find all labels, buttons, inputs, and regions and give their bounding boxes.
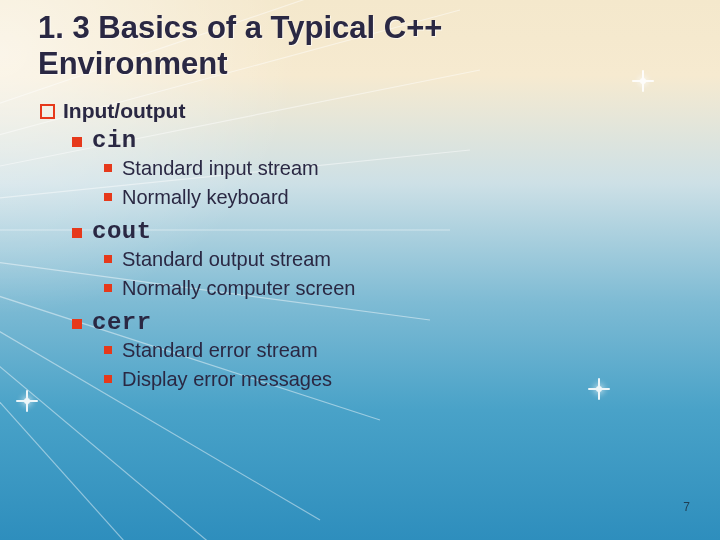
square-icon [72,319,82,329]
bullet-level-3: Normally computer screen [104,274,682,303]
bullet-text: Standard output stream [122,245,331,274]
bullet-text: Input/output [63,99,185,123]
slide-title: 1. 3 Basics of a Typical C++ Environment [38,10,498,81]
bullet-text: Normally computer screen [122,274,355,303]
bullet-text: Standard error stream [122,336,318,365]
bullet-text: Display error messages [122,365,332,394]
bullet-level-3: Normally keyboard [104,183,682,212]
bullet-level-3: Standard input stream [104,154,682,183]
bullet-level-3: Display error messages [104,365,682,394]
square-icon [104,284,112,292]
code-identifier: cout [92,218,152,245]
slide-body: Input/output cin Standard input stream N… [38,99,682,394]
bullet-level-2: cerr [72,309,682,336]
bullet-level-3-group: Standard error stream Display error mess… [104,336,682,394]
bullet-level-3-group: Standard output stream Normally computer… [104,245,682,303]
bullet-text: Normally keyboard [122,183,289,212]
square-icon [72,137,82,147]
page-number: 7 [683,500,690,514]
bullet-level-3-group: Standard input stream Normally keyboard [104,154,682,212]
bullet-level-2: cin [72,127,682,154]
square-icon [104,375,112,383]
square-icon [72,228,82,238]
square-icon [104,346,112,354]
bullet-level-3: Standard error stream [104,336,682,365]
bullet-level-2: cout [72,218,682,245]
square-icon [104,164,112,172]
code-identifier: cerr [92,309,152,336]
code-identifier: cin [92,127,137,154]
outline-square-icon [40,104,55,119]
square-icon [104,255,112,263]
bullet-text: Standard input stream [122,154,319,183]
slide: 1. 3 Basics of a Typical C++ Environment… [0,0,720,540]
bullet-level-3: Standard output stream [104,245,682,274]
square-icon [104,193,112,201]
bullet-level-1: Input/output [40,99,682,123]
